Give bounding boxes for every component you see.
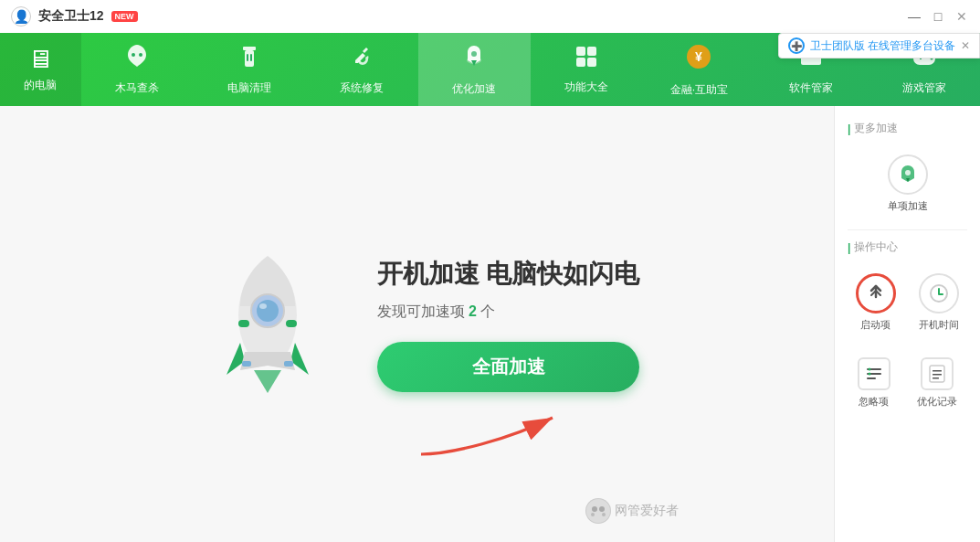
svg-rect-5 [250, 54, 252, 61]
nav-label-software: 软件管家 [789, 80, 833, 96]
svg-point-44 [868, 373, 870, 376]
nav-label-trojan: 木马查杀 [115, 80, 159, 96]
startup-icon [856, 273, 896, 314]
finance-icon: ¥ [683, 41, 714, 77]
svg-point-1 [139, 53, 142, 57]
sidebar-row-ops-top: 启动项 开机时间 [835, 260, 980, 345]
boot-time-icon [919, 273, 959, 314]
ignore-label: 忽略项 [859, 395, 889, 409]
sidebar-divider-1 [848, 229, 967, 230]
close-button[interactable]: ✕ [954, 9, 969, 24]
nav-item-trojan[interactable]: 木马查杀 [81, 33, 194, 106]
single-speed-label: 单项加速 [888, 199, 928, 213]
svg-point-35 [599, 506, 605, 512]
watermark-icon [585, 498, 611, 524]
center-area: 开机加速 电脑快如闪电 发现可加速项 2 个 全面加速 [0, 106, 834, 542]
subtitle: 发现可加速项 2 个 [377, 303, 640, 322]
text-content: 开机加速 电脑快如闪电 发现可加速项 2 个 全面加速 [377, 257, 640, 392]
sidebar-item-opt-record[interactable]: 优化记录 [910, 352, 964, 414]
watermark-text: 网管爱好者 [615, 503, 679, 519]
accelerate-button[interactable]: 全面加速 [377, 342, 640, 392]
svg-point-7 [471, 51, 477, 57]
main-title: 开机加速 电脑快如闪电 [377, 257, 640, 292]
nav-item-computer[interactable]: 🖥 的电脑 [0, 33, 81, 106]
speed-icon [459, 42, 489, 76]
svg-point-26 [257, 300, 279, 322]
startup-label: 启动项 [860, 318, 890, 332]
boot-time-label: 开机时间 [919, 318, 959, 332]
team-bar-label: 卫士团队版 在线管理多台设备 [810, 38, 955, 54]
opt-record-label: 优化记录 [917, 395, 957, 409]
svg-text:¥: ¥ [695, 49, 702, 64]
svg-point-33 [586, 499, 610, 523]
nav-item-repair[interactable]: 系统修复 [306, 33, 418, 106]
computer-icon: 🖥 [27, 47, 53, 72]
svg-point-27 [259, 303, 267, 309]
svg-point-34 [592, 506, 597, 512]
title-bar-controls: — □ ✕ [907, 9, 969, 24]
svg-rect-3 [245, 50, 254, 67]
clean-icon [236, 43, 263, 75]
svg-rect-47 [933, 374, 942, 376]
new-badge: NEW [111, 11, 138, 22]
svg-point-0 [132, 53, 135, 57]
team-icon: ➕ [788, 37, 805, 54]
app-title: 安全卫士12 [38, 8, 104, 25]
nav-label-clean: 电脑清理 [227, 80, 271, 96]
svg-point-43 [868, 368, 870, 371]
nav-label-repair: 系统修复 [340, 80, 384, 96]
svg-rect-48 [933, 377, 939, 379]
nav-item-functions[interactable]: 功能大全 [531, 33, 643, 106]
sidebar-section-ops: 操作中心 [835, 234, 980, 260]
svg-rect-10 [576, 58, 585, 67]
sidebar-row-single: 单项加速 [835, 142, 980, 226]
nav-label-computer: 的电脑 [24, 78, 57, 93]
sidebar-item-startup[interactable]: 启动项 [848, 268, 903, 337]
svg-rect-46 [933, 370, 942, 372]
main-content: 开机加速 电脑快如闪电 发现可加速项 2 个 全面加速 [0, 106, 980, 542]
title-bar-left: 👤 安全卫士12 NEW [11, 6, 138, 27]
nav-label-speed: 优化加速 [452, 81, 496, 97]
nav-label-functions: 功能大全 [564, 80, 608, 95]
svg-rect-42 [867, 377, 876, 379]
nav-label-finance: 金融·互助宝 [670, 82, 728, 98]
svg-rect-28 [238, 320, 249, 327]
team-bar[interactable]: ➕ 卫士团队版 在线管理多台设备 ✕ [778, 33, 980, 58]
content-wrapper: 开机加速 电脑快如闪电 发现可加速项 2 个 全面加速 [195, 233, 640, 416]
single-speed-icon [888, 154, 928, 195]
sidebar-section-more-speed: 更多加速 [835, 115, 980, 142]
nav-label-game: 游戏管家 [902, 80, 946, 96]
sidebar-item-single-speed[interactable]: 单项加速 [880, 149, 935, 218]
title-bar: 👤 安全卫士12 NEW — □ ✕ [0, 0, 980, 33]
right-sidebar: 更多加速 单项加速 操作中心 [834, 106, 980, 542]
avatar: 👤 [11, 6, 31, 27]
svg-point-38 [905, 170, 911, 175]
nav-item-finance[interactable]: ¥ 金融·互助宝 [643, 33, 755, 106]
opt-record-icon [921, 357, 954, 390]
nav-item-clean[interactable]: 电脑清理 [194, 33, 306, 106]
sidebar-item-boot-time[interactable]: 开机时间 [912, 268, 966, 337]
svg-rect-4 [247, 54, 248, 61]
watermark: 网管爱好者 [585, 498, 679, 524]
team-bar-close[interactable]: ✕ [961, 39, 970, 52]
svg-rect-11 [587, 58, 596, 67]
svg-rect-9 [587, 47, 596, 56]
svg-rect-29 [286, 320, 297, 327]
maximize-button[interactable]: □ [931, 9, 945, 24]
sidebar-row-ops-bottom: 忽略项 优化记录 [835, 345, 980, 421]
rocket-illustration [195, 233, 341, 416]
svg-rect-30 [242, 361, 251, 367]
svg-rect-31 [284, 361, 293, 367]
functions-icon [574, 44, 599, 74]
repair-icon [348, 43, 375, 75]
trojan-icon [123, 43, 151, 75]
svg-rect-8 [576, 47, 585, 56]
ignore-icon [858, 357, 890, 390]
minimize-button[interactable]: — [907, 9, 922, 24]
svg-rect-2 [243, 47, 256, 50]
svg-point-36 [591, 513, 595, 516]
nav-item-speed[interactable]: 优化加速 [418, 33, 531, 106]
svg-point-37 [602, 513, 606, 516]
sidebar-item-ignore[interactable]: 忽略项 [850, 352, 898, 414]
